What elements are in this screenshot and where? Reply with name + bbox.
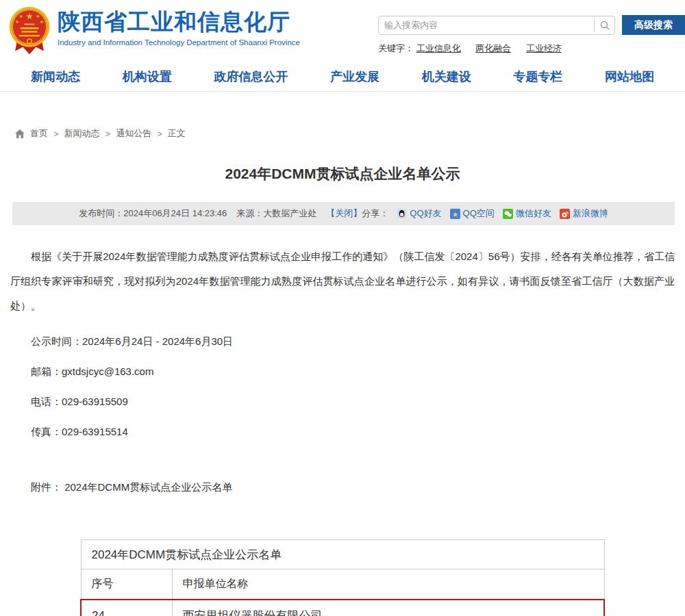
keyword-link-industrial-economy[interactable]: 工业经济 [526, 43, 562, 53]
breadcrumb-separator: > [53, 129, 59, 139]
nav-item-gov-info[interactable]: 政府信息公开 [214, 68, 288, 85]
share-wechat[interactable]: 微信好友 [503, 207, 551, 220]
page-title: 2024年DCMM贯标试点企业名单公示 [0, 164, 685, 183]
home-icon[interactable] [15, 129, 25, 138]
table-row-highlighted: 24 西安思坦仪器股份有限公司 [81, 600, 604, 616]
svg-text:★: ★ [19, 14, 23, 18]
weibo-icon [560, 209, 570, 219]
search-input[interactable] [379, 20, 594, 30]
company-list-table: 2024年DCMM贯标试点企业公示名单 序号 申报单位名称 24 西安思坦仪器股… [80, 539, 605, 616]
qq-icon [397, 209, 407, 219]
article-body: 根据《关于开展2024年数据管理能力成熟度评估贯标试点企业申报工作的通知》（陕工… [0, 244, 685, 494]
breadcrumb-notices[interactable]: 通知公告 [116, 127, 151, 140]
wechat-icon [503, 209, 513, 219]
share-weibo[interactable]: 新浪微博 [560, 207, 608, 220]
advanced-search-button[interactable]: 高级搜索 [622, 15, 685, 35]
share-qzone[interactable]: ★ QQ空间 [450, 207, 495, 220]
svg-text:★: ★ [40, 19, 44, 24]
search-box [378, 16, 615, 35]
article-meta-bar: 发布时间：2024年06月24日 14:23:46 来源：大数据产业处 【关闭】… [12, 202, 675, 225]
nav-item-organization[interactable]: 机构设置 [123, 68, 172, 85]
table-header-row: 序号 申报单位名称 [81, 569, 604, 600]
national-emblem-logo: ★ ★ ★ ★ ★ [8, 5, 51, 56]
brand-text: 陕西省工业和信息化厅 Industry and Information Tech… [58, 5, 300, 47]
header-search-area: 高级搜索 关键字： 工业信息化 两化融合 工业经济 [378, 5, 685, 55]
nav-item-sitemap[interactable]: 网站地图 [605, 68, 654, 85]
attachment-line: 附件： 2024年DCMM贯标试点企业公示名单 [10, 481, 675, 494]
site-subtitle: Industry and Information Technology Depa… [58, 38, 300, 47]
column-header-index: 序号 [81, 569, 172, 600]
fax-line: 传真：029-63915514 [10, 426, 675, 439]
svg-text:★: ★ [15, 19, 19, 24]
attachment-link[interactable]: 2024年DCMM贯标试点企业公示名单 [64, 481, 232, 493]
nav-item-special-topics[interactable]: 专题专栏 [513, 68, 562, 85]
publicity-period-line: 公示时间：2024年6月24日 - 2024年6月30日 [10, 335, 675, 348]
breadcrumb-separator: > [105, 129, 111, 139]
article-paragraph: 根据《关于开展2024年数据管理能力成熟度评估贯标试点企业申报工作的通知》（陕工… [10, 244, 675, 318]
keywords-label: 关键字： [378, 43, 414, 53]
breadcrumb: 首页 > 新闻动态 > 通知公告 > 正文 [15, 127, 685, 140]
row-index-cell: 24 [81, 600, 172, 616]
site-brand: ★ ★ ★ ★ ★ 陕西省工业和信息化厅 Industry and Inform… [8, 5, 300, 56]
keyword-link-industry-informatization[interactable]: 工业信息化 [416, 43, 461, 53]
phone-line: 电话：029-63915509 [10, 396, 675, 409]
keyword-link-integration[interactable]: 两化融合 [475, 43, 511, 53]
nav-item-agency-building[interactable]: 机关建设 [422, 68, 471, 85]
breadcrumb-home[interactable]: 首页 [30, 127, 48, 140]
page-header: ★ ★ ★ ★ ★ 陕西省工业和信息化厅 Industry and Inform… [0, 0, 685, 62]
nav-item-news[interactable]: 新闻动态 [31, 68, 80, 85]
share-label: 分享： [362, 207, 388, 220]
article-source: 来源：大数据产业处 [236, 207, 316, 220]
close-button[interactable]: 【关闭】 [326, 207, 362, 220]
table-title: 2024年DCMM贯标试点企业公示名单 [81, 540, 604, 569]
publish-time: 发布时间：2024年06月24日 14:23:46 [79, 207, 227, 220]
svg-text:★: ★ [36, 14, 40, 18]
breadcrumb-news[interactable]: 新闻动态 [64, 127, 100, 140]
search-keywords: 关键字： 工业信息化 两化融合 工业经济 [378, 42, 685, 55]
breadcrumb-separator: > [157, 129, 162, 139]
share-qq-friend[interactable]: QQ好友 [397, 207, 441, 220]
row-company-cell: 西安思坦仪器股份有限公司 [172, 600, 604, 616]
svg-text:★: ★ [452, 210, 458, 218]
breadcrumb-current: 正文 [168, 127, 186, 140]
email-line: 邮箱：gxtdsjcyc@163.com [10, 365, 675, 378]
qzone-icon: ★ [450, 209, 460, 219]
nav-item-industry-dev[interactable]: 产业发展 [330, 68, 379, 85]
site-title: 陕西省工业和信息化厅 [58, 10, 300, 34]
column-header-company: 申报单位名称 [172, 569, 604, 600]
main-nav: 新闻动态 机构设置 政府信息公开 产业发展 机关建设 专题专栏 网站地图 [0, 62, 685, 92]
svg-text:★: ★ [25, 12, 33, 21]
attachment-label: 附件： [31, 481, 62, 493]
search-icon[interactable] [594, 18, 614, 32]
table-title-row: 2024年DCMM贯标试点企业公示名单 [81, 540, 604, 569]
